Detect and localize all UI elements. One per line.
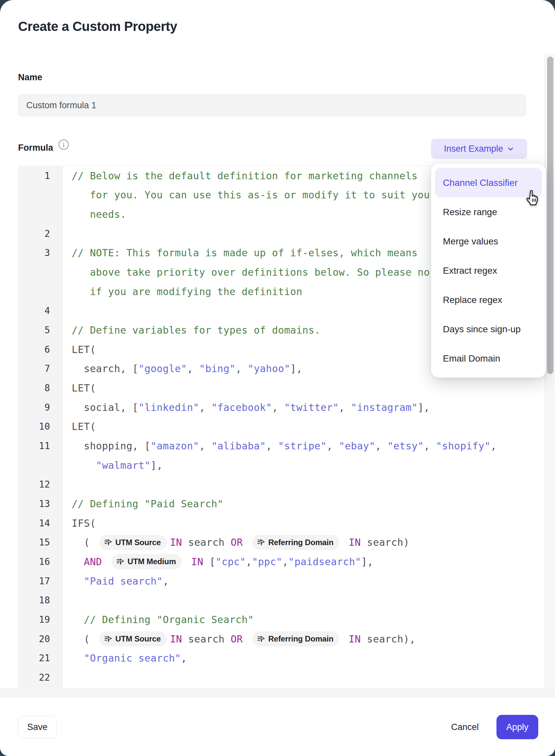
code-row[interactable]: 20 ( UTM SourceIN search OR Referring Do… xyxy=(18,629,545,649)
code-token: , xyxy=(327,440,339,452)
line-number: 5 xyxy=(18,325,62,335)
menu-item-replace-regex[interactable]: Replace regex xyxy=(435,285,542,315)
apply-button[interactable]: Apply xyxy=(497,715,538,739)
code-token: "alibaba" xyxy=(211,440,266,452)
menu-item-days-since-sign-up[interactable]: Days since sign-up xyxy=(435,315,542,344)
menu-item-email-domain[interactable]: Email Domain xyxy=(435,344,542,373)
code-token: IN xyxy=(343,536,361,548)
property-pill-label: UTM Source xyxy=(116,538,161,547)
code-token: // Defining "Paid Search" xyxy=(72,498,223,510)
code-token: LET( xyxy=(72,382,96,394)
code-token: , xyxy=(163,575,169,587)
property-pill[interactable]: UTM Source xyxy=(99,535,167,550)
code-token: "ppc" xyxy=(252,556,282,567)
line-number: 22 xyxy=(18,672,62,683)
code-token: [ xyxy=(204,556,216,567)
property-pill[interactable]: UTM Medium xyxy=(112,554,182,569)
code-row[interactable]: 16 AND UTM Medium IN ["cpc","ppc","paids… xyxy=(18,552,545,571)
code-token: , xyxy=(266,440,278,452)
code-token: "Organic search" xyxy=(72,652,181,664)
code-token: , xyxy=(181,652,187,664)
code-line: "Organic search", xyxy=(62,652,545,664)
code-token: search xyxy=(182,633,231,645)
info-icon[interactable]: i xyxy=(58,140,69,150)
line-number: 18 xyxy=(18,595,62,606)
code-token: "amazon" xyxy=(151,440,199,452)
name-input[interactable]: Custom formula 1 xyxy=(18,94,526,116)
scrollbar-thumb[interactable] xyxy=(547,56,553,374)
code-token: , xyxy=(199,402,211,413)
menu-item-merge-values[interactable]: Merge values xyxy=(435,227,542,256)
property-icon xyxy=(104,635,112,643)
code-line: AND UTM Medium IN ["cpc","ppc","paidsear… xyxy=(62,554,545,569)
property-pill[interactable]: Referring Domain xyxy=(252,535,339,550)
code-row[interactable]: 8LET( xyxy=(18,378,545,398)
code-line: LET( xyxy=(62,382,545,394)
code-token: , xyxy=(187,363,199,374)
code-row[interactable]: 10LET( xyxy=(18,417,545,437)
menu-item-extract-regex[interactable]: Extract regex xyxy=(435,256,542,285)
line-number: 9 xyxy=(18,402,62,413)
code-row[interactable]: "walmart"], xyxy=(18,455,545,475)
code-token: "cpc" xyxy=(215,556,246,567)
code-token: , xyxy=(246,556,252,567)
code-row[interactable]: 17 "Paid search", xyxy=(18,571,545,591)
code-line: // Defining "Paid Search" xyxy=(62,498,545,510)
code-token: , xyxy=(272,402,284,413)
scrollbar-track[interactable] xyxy=(544,54,555,688)
save-button[interactable]: Save xyxy=(18,716,56,738)
line-number: 12 xyxy=(18,479,62,490)
code-token: , xyxy=(490,440,497,452)
name-input-value: Custom formula 1 xyxy=(26,100,96,111)
property-pill-label: Referring Domain xyxy=(268,538,333,547)
code-token: // NOTE: This formula is made up of if-e… xyxy=(72,247,418,258)
code-row[interactable]: 9 social, ["linkedin", "facebook", "twit… xyxy=(18,398,545,417)
property-pill[interactable]: Referring Domain xyxy=(252,631,339,646)
property-pill[interactable]: UTM Source xyxy=(99,631,167,646)
code-token: ( xyxy=(72,633,96,645)
code-row[interactable]: 21 "Organic search", xyxy=(18,648,545,668)
formula-label: Formula xyxy=(18,143,53,153)
line-number: 11 xyxy=(18,440,62,451)
code-token: OR xyxy=(231,633,243,645)
line-number: 19 xyxy=(18,614,62,625)
code-token: IN xyxy=(170,633,182,645)
code-line: ( UTM SourceIN search OR Referring Domai… xyxy=(62,535,545,550)
code-token: needs. xyxy=(72,208,126,220)
code-token: search), xyxy=(361,633,416,645)
code-token: IN xyxy=(191,556,204,567)
code-row[interactable]: 19 // Defining "Organic Search" xyxy=(18,610,545,629)
code-token: , xyxy=(424,440,436,452)
code-row[interactable]: 11 shopping, ["amazon", "alibaba", "stri… xyxy=(18,436,545,455)
create-custom-property-modal: Create a Custom Property Name Custom for… xyxy=(0,0,555,756)
insert-example-button[interactable]: Insert Example xyxy=(431,139,527,159)
code-row[interactable]: 18 xyxy=(18,591,545,610)
code-token xyxy=(185,556,191,567)
code-row[interactable]: 15 ( UTM SourceIN search OR Referring Do… xyxy=(18,532,545,552)
code-row[interactable]: 13// Defining "Paid Search" xyxy=(18,494,545,514)
line-number: 21 xyxy=(18,653,62,664)
line-number: 2 xyxy=(18,228,62,239)
code-token xyxy=(72,556,84,567)
line-number: 3 xyxy=(18,247,62,258)
line-number: 4 xyxy=(18,305,62,316)
line-number: 6 xyxy=(18,344,62,355)
cancel-button[interactable]: Cancel xyxy=(442,720,488,734)
line-number: 14 xyxy=(18,518,62,529)
code-token: shopping, [ xyxy=(72,440,151,452)
property-pill-label: UTM Source xyxy=(116,634,161,643)
code-token: "bing" xyxy=(199,363,236,374)
code-row[interactable]: 12 xyxy=(18,475,545,494)
code-row[interactable]: 14IFS( xyxy=(18,514,545,533)
line-number: 20 xyxy=(18,634,62,644)
menu-item-label: Resize range xyxy=(443,207,497,217)
code-token: ], xyxy=(151,460,163,471)
code-row[interactable]: 22 xyxy=(18,668,545,687)
code-line: // Defining "Organic Search" xyxy=(62,614,545,625)
code-token: , xyxy=(199,440,211,452)
code-token: "linkedin" xyxy=(138,402,199,413)
menu-item-label: Replace regex xyxy=(443,295,502,305)
code-token: , xyxy=(236,363,248,374)
code-token: LET( xyxy=(72,421,96,432)
line-number: 15 xyxy=(18,537,62,548)
